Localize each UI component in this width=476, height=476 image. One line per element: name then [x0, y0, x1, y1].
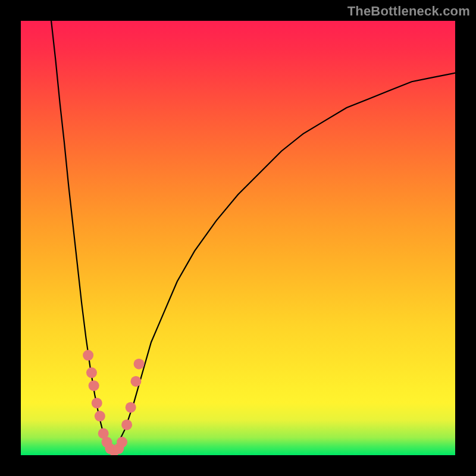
marker-point	[92, 397, 102, 408]
chart-curves	[51, 21, 455, 446]
marker-point	[83, 350, 93, 361]
marker-point	[117, 437, 127, 447]
marker-point	[134, 359, 145, 369]
marker-point	[130, 376, 141, 387]
chart-svg	[21, 21, 455, 455]
chart-plot-area	[21, 21, 455, 455]
curve-right-curve	[117, 73, 455, 447]
marker-point	[89, 380, 99, 391]
marker-point	[121, 419, 132, 430]
chart-markers	[83, 350, 144, 455]
marker-point	[86, 367, 97, 378]
curve-left-curve	[51, 21, 108, 446]
marker-point	[126, 402, 136, 413]
watermark-text: TheBottleneck.com	[347, 4, 470, 19]
chart-frame: TheBottleneck.com	[0, 0, 476, 476]
marker-point	[95, 411, 105, 421]
